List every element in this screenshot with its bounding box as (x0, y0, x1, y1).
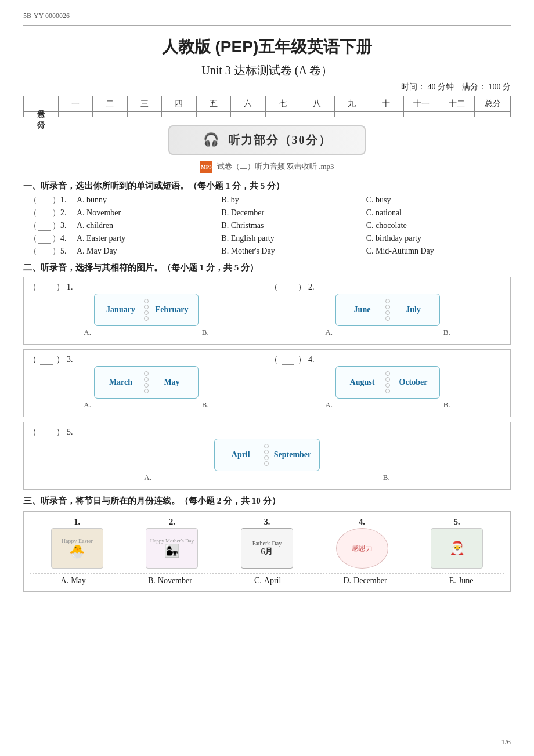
cal-item-4: （ ） 4. August October A. B. (270, 355, 506, 410)
score-cell-blank[interactable] (300, 112, 335, 117)
score-cell-blank[interactable] (196, 112, 231, 117)
cal-num: 2. (308, 283, 315, 292)
answer-blank[interactable] (38, 234, 51, 244)
score-cell: 八 (300, 96, 335, 112)
q-num: 1. (60, 196, 77, 205)
paren: （ (270, 282, 278, 292)
month-opt-e: E. June (449, 576, 474, 585)
score-cell-blank[interactable] (162, 112, 197, 117)
answer-blank[interactable] (38, 196, 51, 205)
score-table: 题号 一 二 三 四 五 六 七 八 九 十 十一 十二 总分 得分 (23, 96, 511, 117)
top-divider (23, 25, 511, 26)
cal-label-a: A. (325, 400, 333, 410)
cal-label-a: A. (144, 473, 151, 482)
score-cell-blank[interactable] (439, 112, 475, 117)
paren: ） (298, 355, 306, 365)
q2-row: （ ） 2. A. November B. December C. nation… (29, 208, 511, 218)
score-cell-blank[interactable] (93, 112, 128, 117)
score-cell: 总分 (475, 96, 511, 112)
cal-label-a: A. (84, 400, 91, 410)
main-title: 人教版 (PEP)五年级英语下册 (23, 36, 511, 58)
audio-link-text: 试卷（二）听力音频 双击收听 .mp3 (217, 162, 334, 171)
img-item-1: 1. Happy Easter 🐣 (51, 518, 103, 569)
score-cell-blank[interactable] (475, 112, 511, 117)
q2-opt-a: A. November (77, 208, 221, 218)
q4-opt-b: B. English party (221, 234, 366, 243)
q3-opt-c: C. chocolate (366, 221, 511, 230)
img-item-2: 2. Happy Mother's Day 👩‍👧 (146, 518, 198, 569)
answer-blank[interactable] (282, 283, 294, 292)
score-cell-blank[interactable] (369, 112, 404, 117)
img-thanksgiving: 感恩力 (336, 528, 388, 569)
score-cell: 六 (231, 96, 266, 112)
cal-books-3: March May (94, 366, 199, 399)
score-cell: 九 (334, 96, 369, 112)
month-letter-a: A. (61, 576, 69, 585)
score-cell: 四 (162, 96, 197, 112)
paren: ） (52, 195, 60, 205)
img-mothers-day: Happy Mother's Day 👩‍👧 (146, 528, 198, 569)
month-value-d: December (353, 576, 387, 585)
score-cell: 得分 (24, 112, 59, 117)
section2-group1: （ ） 1. January February A. B. （ (23, 277, 511, 345)
cal-num: 3. (67, 355, 73, 364)
img-num-4: 4. (359, 518, 365, 527)
q5-opt-b: B. Mother's Day (221, 247, 366, 256)
answer-blank[interactable] (38, 208, 51, 218)
score-cell-blank[interactable] (403, 112, 439, 117)
q1-opt-a: A. bunny (77, 196, 221, 205)
q-num: 5. (60, 247, 77, 256)
answer-blank[interactable] (282, 355, 294, 365)
time-label: 时间： (401, 82, 425, 91)
month-letter-c: C. (254, 576, 262, 585)
paren: （ (28, 282, 37, 292)
month-opt-d: D. December (343, 576, 387, 585)
score-cell-blank[interactable] (334, 112, 369, 117)
img-item-5: 5. 🎅 (431, 518, 483, 569)
cal-paren-num-5: （ ） 5. (28, 427, 73, 437)
answer-blank[interactable] (40, 355, 53, 365)
cal-book-june: June (344, 305, 380, 314)
paren: （ (29, 233, 37, 244)
answer-blank[interactable] (40, 428, 53, 437)
paren: ） (52, 246, 60, 256)
section1-questions: （ ） 1. A. bunny B. by C. busy （ ） 2. A. … (29, 195, 511, 256)
paren: ） (56, 427, 64, 437)
paren: ） (56, 355, 64, 365)
img-item-3: 3. Father's Day 6月 (241, 518, 293, 569)
section3-box: 1. Happy Easter 🐣 2. Happy Mother's Day … (23, 511, 511, 592)
audio-link-row: MP3 试卷（二）听力音频 双击收听 .mp3 (23, 161, 511, 173)
score-cell-blank[interactable] (265, 112, 300, 117)
q3-opt-a: A. children (77, 221, 221, 230)
score-cell-blank[interactable] (231, 112, 266, 117)
q2-opt-b: B. December (221, 208, 366, 218)
paren: ） (52, 233, 60, 244)
answer-blank[interactable] (40, 283, 53, 292)
month-letter-e: E. (449, 576, 456, 585)
month-value-e: June (459, 576, 474, 585)
cal-book-october: October (395, 378, 431, 387)
score-cell-blank[interactable] (58, 112, 93, 117)
q-num: 3. (60, 221, 77, 230)
spiral-icon (144, 299, 149, 321)
cal-paren-num-1: （ ） 1. (28, 282, 73, 292)
img-easter: Happy Easter 🐣 (51, 528, 103, 569)
img-num-5: 5. (454, 518, 460, 527)
q4-opt-a: A. Easter party (77, 234, 221, 243)
cal-book-may: May (154, 378, 190, 387)
score-cell-blank[interactable] (127, 112, 162, 117)
cal-books-5: April September (214, 439, 320, 471)
section2-title: 二、听录音，选择与其相符的图片。（每小题 1 分，共 5 分） (23, 262, 511, 273)
cal-paren-num-2: （ ） 2. (270, 282, 315, 292)
q3-row: （ ） 3. A. children B. Christmas C. choco… (29, 220, 511, 231)
section2-group2: （ ） 3. March May A. B. （ ） (23, 349, 511, 417)
cal-paren-num-4: （ ） 4. (270, 355, 315, 365)
section3-title: 三、听录音，将节日与所在的月份连线。（每小题 2 分，共 10 分） (23, 495, 511, 507)
section3-images: 1. Happy Easter 🐣 2. Happy Mother's Day … (30, 518, 504, 569)
cal-books-4: August October (335, 366, 440, 399)
section2-group3: （ ） 5. April September A. B. (23, 422, 511, 490)
q1-opt-b: B. by (221, 196, 366, 205)
answer-blank[interactable] (38, 221, 51, 231)
answer-blank[interactable] (38, 247, 51, 256)
cal-label-b: B. (443, 328, 450, 337)
